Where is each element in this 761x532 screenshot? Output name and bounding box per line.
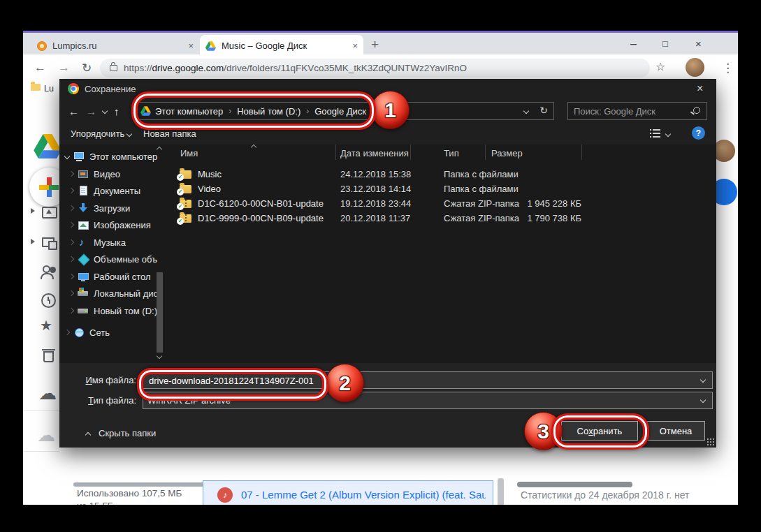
table-row[interactable]: ✓D1C-6120-0-00CN-B01-update19.12.2018 23… — [175, 198, 713, 211]
resize-grip[interactable] — [706, 438, 714, 445]
window-minimize-button[interactable]: – — [630, 38, 637, 50]
sidebar-item-documents[interactable]: Документы — [59, 183, 166, 198]
tab-close-icon[interactable]: × — [352, 40, 358, 51]
dialog-up-icon[interactable]: ↑ — [114, 105, 119, 117]
my-drive-icon[interactable] — [42, 205, 56, 219]
folder-icon: ✓ — [180, 170, 191, 179]
browser-menu-icon[interactable]: ⋮ — [722, 61, 734, 75]
storage-icon[interactable] — [37, 424, 51, 438]
sidebar-item-label: Документы — [94, 186, 140, 196]
tree-expander-icon[interactable] — [68, 205, 74, 211]
sidebar-item-music[interactable]: Музыка — [59, 235, 166, 250]
expand-arrow-icon[interactable] — [31, 239, 35, 244]
desktop-icon — [78, 271, 89, 282]
tree-expander-icon[interactable] — [68, 256, 74, 262]
dialog-forward-icon[interactable]: → — [86, 105, 96, 117]
back-icon[interactable]: ← — [34, 61, 46, 75]
table-row[interactable]: ✓D1C-9999-0-00CN-B09-update20.12.2018 11… — [175, 212, 713, 226]
sidebar-item-network[interactable]: Сеть — [59, 325, 166, 340]
rail-divider — [23, 410, 59, 411]
tree-expander-icon[interactable] — [64, 330, 70, 335]
bookmark-label[interactable]: Lu — [44, 84, 54, 94]
search-icon[interactable] — [693, 107, 700, 114]
recent-icon[interactable] — [41, 293, 55, 307]
sidebar-item-disk[interactable]: Новый том (D:) — [59, 303, 166, 318]
bookmark-star-icon[interactable]: ☆ — [655, 60, 665, 73]
column-header-type[interactable]: Тип — [444, 148, 459, 158]
address-bar[interactable]: https://drive.google.com/drive/folders/1… — [100, 59, 650, 77]
bookmark-folder-icon[interactable] — [31, 84, 41, 91]
expand-arrow-icon[interactable] — [31, 208, 35, 214]
scroll-up-icon[interactable] — [157, 147, 162, 152]
tree-expander-icon[interactable] — [68, 239, 74, 245]
tree-expander-icon[interactable] — [68, 171, 74, 177]
scroll-down-icon[interactable] — [157, 353, 162, 359]
list-item[interactable]: ♪07 - Lemme Get 2 (Album Version Explici… — [203, 480, 493, 505]
tab-strip: Lumpics.ru × Music – Google Диск × + – □… — [23, 31, 738, 54]
sidebar-item-label: Рабочий стол — [94, 272, 151, 282]
sidebar-item-video[interactable]: Видео — [59, 166, 166, 182]
organize-chevron-icon[interactable] — [126, 131, 132, 137]
page-scrollbar[interactable] — [498, 478, 504, 505]
sync-check-icon: ✓ — [177, 174, 184, 181]
window-maximize-button[interactable]: □ — [662, 38, 668, 49]
network-icon — [73, 327, 85, 338]
tree-expander-icon[interactable] — [68, 308, 74, 313]
view-mode-icon[interactable] — [650, 128, 660, 138]
tree-scrollbar[interactable] — [155, 145, 164, 363]
sidebar-item-objects3d[interactable]: Объемные объ — [59, 251, 166, 267]
disk-windows-icon — [78, 288, 89, 299]
address-dropdown-chevron-icon[interactable] — [523, 108, 529, 114]
sidebar-item-downloads[interactable]: Загрузки — [59, 200, 166, 216]
shared-with-me-icon[interactable] — [41, 265, 55, 279]
sidebar-item-computer[interactable]: Этот компьютер — [59, 149, 166, 164]
trash-icon[interactable] — [42, 348, 56, 362]
lock-icon[interactable] — [110, 65, 117, 71]
tree-expander-icon[interactable] — [64, 154, 70, 159]
forward-icon[interactable]: → — [58, 61, 70, 75]
organize-menu[interactable]: Упорядочить — [71, 128, 124, 139]
tab-title: Music – Google Диск — [222, 40, 347, 51]
recent-locations-chevron-icon[interactable] — [102, 108, 108, 114]
tab-close-icon[interactable]: × — [188, 40, 194, 51]
help-button[interactable]: ? — [692, 126, 705, 140]
reload-icon[interactable]: ↻ — [82, 61, 92, 75]
browser-avatar[interactable] — [686, 58, 704, 77]
dialog-refresh-icon[interactable]: ↻ — [539, 105, 548, 116]
starred-icon[interactable] — [40, 317, 54, 331]
backups-icon[interactable] — [38, 383, 52, 397]
filename-dropdown-chevron-icon[interactable] — [700, 377, 706, 383]
window-close-button[interactable]: × — [695, 38, 702, 50]
new-folder-button[interactable]: Новая папка — [143, 128, 196, 139]
filetype-dropdown-chevron-icon[interactable] — [700, 397, 706, 403]
scrollbar-thumb[interactable] — [498, 478, 504, 505]
tree-expander-icon[interactable] — [68, 222, 74, 228]
table-row[interactable]: ✓Music24.12.2018 15:38Папка с файлами — [175, 168, 713, 182]
new-tab-button[interactable]: + — [371, 37, 379, 52]
sidebar-item-disk-windows[interactable]: Локальный дис — [59, 286, 166, 301]
cancel-button[interactable]: Отмена — [646, 421, 705, 441]
stats-note: Статистики до 24 декабря 2018 г. нет — [521, 489, 689, 501]
column-header-name[interactable]: Имя — [180, 148, 198, 158]
tab-lumpics[interactable]: Lumpics.ru × — [31, 35, 199, 57]
page-url[interactable]: https://drive.google.com/drive/folders/1… — [124, 63, 467, 73]
view-mode-chevron-icon[interactable] — [665, 131, 671, 137]
sidebar-item-pictures[interactable]: Изображения — [59, 217, 166, 232]
tab-google-drive[interactable]: Music – Google Диск × — [200, 35, 363, 57]
scrollbar-thumb[interactable] — [157, 272, 163, 353]
dialog-back-icon[interactable]: ← — [68, 105, 79, 117]
search-input[interactable] — [572, 104, 687, 119]
column-header-size[interactable]: Размер — [491, 148, 523, 158]
file-pane: Имя Дата изменения Тип Размер ✓Music24.1… — [175, 145, 713, 363]
computers-icon[interactable] — [42, 236, 56, 250]
tree-expander-icon[interactable] — [68, 188, 74, 193]
dialog-close-icon[interactable]: × — [697, 82, 703, 95]
rail-divider — [23, 451, 59, 452]
annotation-badge-2: 2 — [326, 364, 364, 402]
table-row[interactable]: ✓Video23.12.2018 14:14Папка с файлами — [175, 183, 713, 196]
hide-folders-button[interactable]: Скрыть папки — [99, 428, 156, 438]
tree-expander-icon[interactable] — [68, 274, 74, 279]
tree-expander-icon[interactable] — [68, 290, 74, 296]
sidebar-item-desktop[interactable]: Рабочий стол — [59, 269, 166, 284]
column-header-date[interactable]: Дата изменения — [340, 148, 409, 158]
